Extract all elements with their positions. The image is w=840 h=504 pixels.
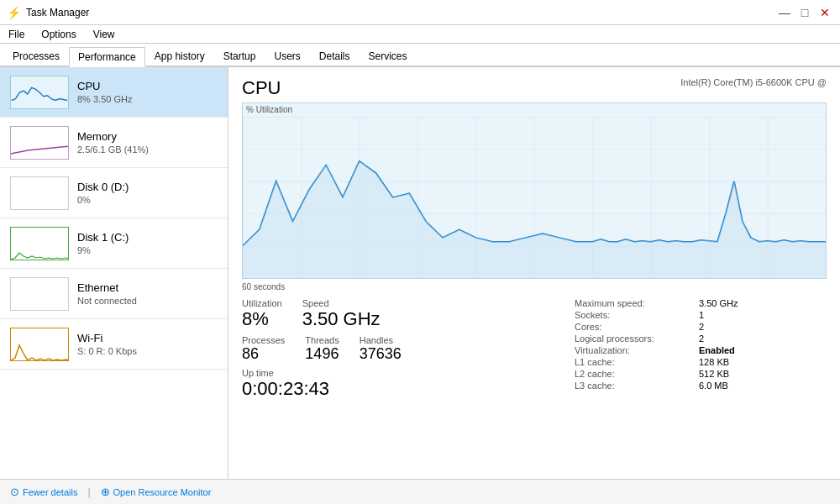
sidebar-item-disk1[interactable]: Disk 1 (C:) 9% xyxy=(0,218,228,269)
uptime-label: Up time xyxy=(242,368,575,378)
detail-value: Enabled xyxy=(699,345,800,355)
detail-label: Cores: xyxy=(575,322,692,332)
monitor-icon: ⊕ xyxy=(101,486,110,498)
menu-options[interactable]: Options xyxy=(38,28,79,41)
utilization-block: Utilization 8% xyxy=(242,298,282,330)
detail-value: 2 xyxy=(699,333,800,344)
open-resource-monitor-link[interactable]: ⊕ Open Resource Monitor xyxy=(101,486,212,498)
fewer-details-link[interactable]: ⊙ Fewer details xyxy=(10,486,77,498)
menu-bar: File Options View xyxy=(0,25,840,44)
detail-label: L2 cache: xyxy=(575,369,692,379)
tab-performance[interactable]: Performance xyxy=(69,47,145,67)
disk1-sidebar-info: Disk 1 (C:) 9% xyxy=(77,231,218,255)
disk0-sidebar-name: Disk 0 (D:) xyxy=(77,181,218,193)
pth-row: Processes 86 Threads 1496 Handles 37636 xyxy=(242,335,575,363)
sidebar-item-ethernet[interactable]: Ethernet Not connected xyxy=(0,269,228,319)
detail-value: 1 xyxy=(699,310,800,320)
title-bar: ⚡ Task Manager — □ ✕ xyxy=(0,0,840,25)
detail-table: Maximum speed:3.50 GHzSockets:1Cores:2Lo… xyxy=(575,298,827,391)
svg-rect-4 xyxy=(11,278,69,311)
threads-value: 1496 xyxy=(305,345,339,363)
ethernet-sidebar-detail: Not connected xyxy=(77,296,218,306)
ethernet-mini-thumb xyxy=(10,277,69,311)
tab-processes[interactable]: Processes xyxy=(3,45,69,66)
disk1-sidebar-detail: 9% xyxy=(77,245,218,255)
app-title: Task Manager xyxy=(26,7,89,18)
detail-label: Logical processors: xyxy=(575,333,692,344)
detail-value: 512 KB xyxy=(699,369,800,379)
detail-label: Virtualization: xyxy=(575,345,692,355)
memory-mini-thumb xyxy=(10,126,69,160)
wifi-sidebar-detail: S: 0 R: 0 Kbps xyxy=(77,346,218,356)
stats-combined: Utilization 8% Speed 3.50 GHz Processes … xyxy=(242,298,827,400)
menu-view[interactable]: View xyxy=(90,28,118,41)
util-speed-row: Utilization 8% Speed 3.50 GHz xyxy=(242,298,575,330)
handles-label: Handles xyxy=(360,335,402,345)
disk0-sidebar-detail: 0% xyxy=(77,195,218,205)
svg-rect-2 xyxy=(11,177,69,210)
stats-right: Maximum speed:3.50 GHzSockets:1Cores:2Lo… xyxy=(575,298,827,400)
processes-label: Processes xyxy=(242,335,285,345)
svg-rect-3 xyxy=(11,228,69,260)
wifi-mini-thumb xyxy=(10,328,69,361)
detail-value: 2 xyxy=(699,322,800,332)
handles-block: Handles 37636 xyxy=(360,335,402,363)
disk0-mini-thumb xyxy=(10,176,69,210)
window-controls: — □ ✕ xyxy=(776,6,833,19)
detail-label: Sockets: xyxy=(575,310,692,320)
sidebar-item-cpu[interactable]: CPU 8% 3.50 GHz xyxy=(0,67,228,118)
chart-time: 60 seconds xyxy=(242,282,827,291)
tab-app-history[interactable]: App history xyxy=(145,45,214,66)
cpu-detail-panel: CPU Intel(R) Core(TM) i5-6600K CPU @ % U… xyxy=(228,67,840,479)
tab-startup[interactable]: Startup xyxy=(214,45,265,66)
detail-label: L3 cache: xyxy=(575,381,692,391)
detail-value: 128 KB xyxy=(699,357,800,367)
processes-block: Processes 86 xyxy=(242,335,285,363)
chevron-up-icon: ⊙ xyxy=(10,486,19,498)
close-button[interactable]: ✕ xyxy=(816,6,833,19)
sidebar: CPU 8% 3.50 GHz Memory 2.5/6.1 GB (41%) xyxy=(0,67,228,479)
cpu-header: CPU Intel(R) Core(TM) i5-6600K CPU @ xyxy=(242,77,827,99)
memory-sidebar-name: Memory xyxy=(77,130,218,143)
app-icon: ⚡ xyxy=(7,6,21,19)
uptime-value: 0:00:23:43 xyxy=(242,378,575,400)
disk1-sidebar-name: Disk 1 (C:) xyxy=(77,231,218,244)
detail-label: L1 cache: xyxy=(575,357,692,367)
speed-block: Speed 3.50 GHz xyxy=(302,298,381,330)
wifi-sidebar-name: Wi-Fi xyxy=(77,332,218,344)
open-monitor-label: Open Resource Monitor xyxy=(113,487,212,497)
sidebar-item-disk0[interactable]: Disk 0 (D:) 0% xyxy=(0,168,228,218)
ethernet-sidebar-name: Ethernet xyxy=(77,281,218,294)
minimize-button[interactable]: — xyxy=(776,6,793,19)
memory-sidebar-info: Memory 2.5/6.1 GB (41%) xyxy=(77,130,218,155)
tab-details[interactable]: Details xyxy=(310,45,360,66)
handles-value: 37636 xyxy=(360,345,402,363)
svg-rect-1 xyxy=(11,127,69,160)
fewer-details-label: Fewer details xyxy=(23,487,77,497)
cpu-mini-thumb xyxy=(10,76,69,109)
maximize-button[interactable]: □ xyxy=(796,6,813,19)
detail-label: Maximum speed: xyxy=(575,298,692,308)
speed-value: 3.50 GHz xyxy=(302,308,381,330)
tab-services[interactable]: Services xyxy=(360,45,417,66)
speed-label: Speed xyxy=(302,298,381,308)
detail-value: 6.0 MB xyxy=(699,381,800,391)
menu-file[interactable]: File xyxy=(5,28,28,41)
sidebar-item-wifi[interactable]: Wi-Fi S: 0 R: 0 Kbps xyxy=(0,319,228,370)
detail-value: 3.50 GHz xyxy=(699,298,800,308)
title-bar-left: ⚡ Task Manager xyxy=(7,6,89,19)
processes-value: 86 xyxy=(242,345,285,363)
threads-label: Threads xyxy=(305,335,339,345)
disk1-mini-thumb xyxy=(10,227,69,260)
stats-left: Utilization 8% Speed 3.50 GHz Processes … xyxy=(242,298,575,400)
cpu-chart: % Utilization xyxy=(242,102,827,279)
disk0-sidebar-info: Disk 0 (D:) 0% xyxy=(77,181,218,205)
sidebar-item-memory[interactable]: Memory 2.5/6.1 GB (41%) xyxy=(0,118,228,168)
threads-block: Threads 1496 xyxy=(305,335,339,363)
cpu-panel-title: CPU xyxy=(242,77,281,99)
wifi-sidebar-info: Wi-Fi S: 0 R: 0 Kbps xyxy=(77,332,218,356)
cpu-subtitle: Intel(R) Core(TM) i5-6600K CPU @ xyxy=(680,77,827,87)
tab-users[interactable]: Users xyxy=(265,45,309,66)
utilization-label: Utilization xyxy=(242,298,282,308)
tabs-bar: Processes Performance App history Startu… xyxy=(0,44,840,67)
